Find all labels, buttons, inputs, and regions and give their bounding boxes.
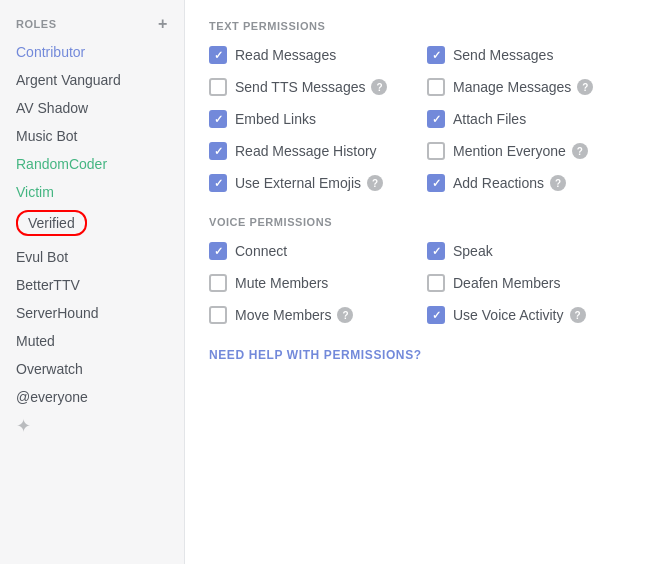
bot-icon: ✦: [16, 416, 31, 436]
help-icon-external-emojis[interactable]: ?: [367, 175, 383, 191]
perm-item-read-history: Read Message History: [209, 142, 407, 160]
checkbox-external-emojis[interactable]: [209, 174, 227, 192]
sidebar-item-server-hound[interactable]: ServerHound: [0, 299, 184, 327]
perm-label-attach-files: Attach Files: [453, 111, 526, 127]
perm-item-mute-members: Mute Members: [209, 274, 407, 292]
checkbox-voice-activity[interactable]: [427, 306, 445, 324]
sidebar: Roles + ContributorArgent VanguardAV Sha…: [0, 0, 185, 564]
perm-item-speak: Speak: [427, 242, 625, 260]
perm-label-external-emojis: Use External Emojis?: [235, 175, 383, 191]
sidebar-item-victim[interactable]: Victim: [0, 178, 184, 206]
checkbox-move-members[interactable]: [209, 306, 227, 324]
sidebar-roles-title: Roles: [16, 18, 57, 30]
perm-label-send-messages: Send Messages: [453, 47, 553, 63]
checkbox-embed-links[interactable]: [209, 110, 227, 128]
need-help-link[interactable]: NEED HELP WITH PERMISSIONS?: [209, 348, 625, 362]
checkbox-connect[interactable]: [209, 242, 227, 260]
checkbox-manage-messages[interactable]: [427, 78, 445, 96]
perm-label-read-messages: Read Messages: [235, 47, 336, 63]
perm-item-connect: Connect: [209, 242, 407, 260]
perm-item-embed-links: Embed Links: [209, 110, 407, 128]
perm-label-mention-everyone: Mention Everyone?: [453, 143, 588, 159]
help-icon-manage-messages[interactable]: ?: [577, 79, 593, 95]
sidebar-item-av-shadow[interactable]: AV Shadow: [0, 94, 184, 122]
help-icon-voice-activity[interactable]: ?: [570, 307, 586, 323]
perm-label-speak: Speak: [453, 243, 493, 259]
checkbox-send-messages[interactable]: [427, 46, 445, 64]
checkbox-send-tts[interactable]: [209, 78, 227, 96]
help-icon-send-tts[interactable]: ?: [371, 79, 387, 95]
sidebar-item-contributor[interactable]: Contributor: [0, 38, 184, 66]
text-permissions-title: TEXT PERMISSIONS: [209, 20, 625, 32]
perm-item-external-emojis: Use External Emojis?: [209, 174, 407, 192]
perm-item-read-messages: Read Messages: [209, 46, 407, 64]
help-icon-mention-everyone[interactable]: ?: [572, 143, 588, 159]
checkbox-mute-members[interactable]: [209, 274, 227, 292]
sidebar-item-everyone[interactable]: @everyone: [0, 383, 184, 411]
perm-item-attach-files: Attach Files: [427, 110, 625, 128]
perm-item-send-tts: Send TTS Messages?: [209, 78, 407, 96]
perm-label-voice-activity: Use Voice Activity?: [453, 307, 586, 323]
help-icon-move-members[interactable]: ?: [337, 307, 353, 323]
sidebar-item-overwatch[interactable]: Overwatch: [0, 355, 184, 383]
sidebar-item-argent-vanguard[interactable]: Argent Vanguard: [0, 66, 184, 94]
voice-permissions-title: VOICE PERMISSIONS: [209, 216, 625, 228]
perm-label-connect: Connect: [235, 243, 287, 259]
sidebar-item-better-ttv[interactable]: BetterTTV: [0, 271, 184, 299]
sidebar-items-list: ContributorArgent VanguardAV ShadowMusic…: [0, 38, 184, 411]
main-content: TEXT PERMISSIONS Read MessagesSend Messa…: [185, 0, 649, 564]
sidebar-item-evul-bot[interactable]: Evul Bot: [0, 243, 184, 271]
checkbox-read-history[interactable]: [209, 142, 227, 160]
checkbox-attach-files[interactable]: [427, 110, 445, 128]
checkbox-add-reactions[interactable]: [427, 174, 445, 192]
perm-item-move-members: Move Members?: [209, 306, 407, 324]
perm-item-deafen-members: Deafen Members: [427, 274, 625, 292]
perm-item-voice-activity: Use Voice Activity?: [427, 306, 625, 324]
perm-item-send-messages: Send Messages: [427, 46, 625, 64]
sidebar-header: Roles +: [0, 10, 184, 38]
checkbox-mention-everyone[interactable]: [427, 142, 445, 160]
perm-label-mute-members: Mute Members: [235, 275, 328, 291]
sidebar-item-music-bot[interactable]: Music Bot: [0, 122, 184, 150]
add-role-icon[interactable]: +: [158, 16, 168, 32]
perm-item-manage-messages: Manage Messages?: [427, 78, 625, 96]
sidebar-item-label-verified: Verified: [16, 210, 87, 236]
perm-label-send-tts: Send TTS Messages?: [235, 79, 387, 95]
checkbox-read-messages[interactable]: [209, 46, 227, 64]
perm-label-manage-messages: Manage Messages?: [453, 79, 593, 95]
sidebar-item-muted[interactable]: Muted: [0, 327, 184, 355]
checkbox-speak[interactable]: [427, 242, 445, 260]
perm-item-add-reactions: Add Reactions?: [427, 174, 625, 192]
perm-label-move-members: Move Members?: [235, 307, 353, 323]
perm-label-deafen-members: Deafen Members: [453, 275, 560, 291]
voice-permissions-grid: ConnectSpeakMute MembersDeafen MembersMo…: [209, 242, 625, 324]
perm-item-mention-everyone: Mention Everyone?: [427, 142, 625, 160]
sidebar-item-random-coder[interactable]: RandomCoder: [0, 150, 184, 178]
text-permissions-grid: Read MessagesSend MessagesSend TTS Messa…: [209, 46, 625, 192]
help-icon-add-reactions[interactable]: ?: [550, 175, 566, 191]
perm-label-add-reactions: Add Reactions?: [453, 175, 566, 191]
sidebar-bot-icon-row: ✦: [0, 411, 184, 441]
perm-label-embed-links: Embed Links: [235, 111, 316, 127]
checkbox-deafen-members[interactable]: [427, 274, 445, 292]
perm-label-read-history: Read Message History: [235, 143, 377, 159]
sidebar-item-verified[interactable]: Verified: [0, 206, 184, 243]
